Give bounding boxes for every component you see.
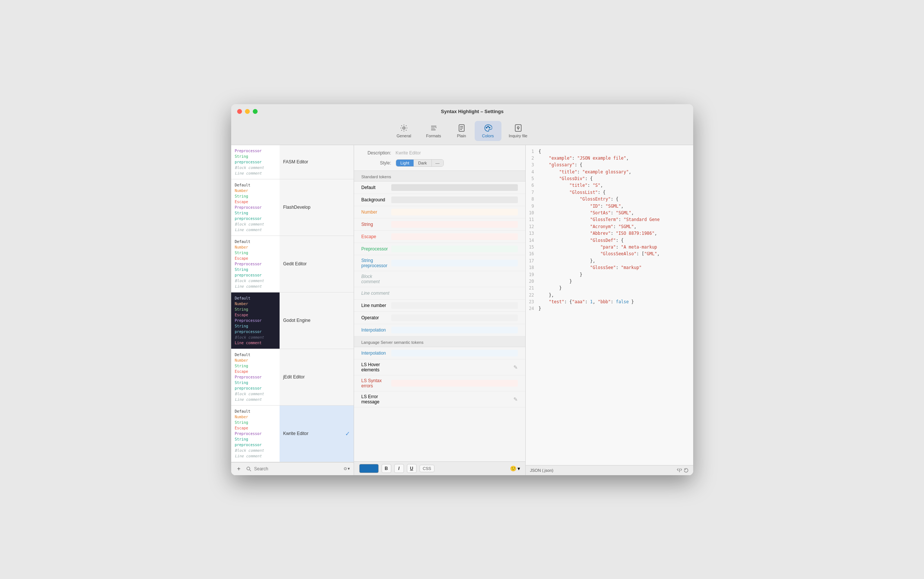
edit-icon: ✎: [513, 364, 518, 370]
token-list: Standard tokens Default Background Numbe…: [354, 171, 525, 461]
standard-tokens-label: Standard tokens: [354, 171, 525, 182]
editor-item-gedit[interactable]: Default Number String Escape Preprocesso…: [231, 236, 354, 293]
svg-point-12: [489, 127, 490, 128]
editor-preview-godot: Default Number String Escape Preprocesso…: [231, 293, 280, 349]
color-swatch[interactable]: [359, 464, 378, 473]
ls-token-bar-syntax-errors: [391, 380, 518, 387]
editor-item-fasm[interactable]: Preprocessor String preprocessor Block c…: [231, 145, 354, 179]
token-number[interactable]: Number: [354, 206, 525, 218]
editor-preview-gedit: Default Number String Escape Preprocesso…: [231, 236, 280, 292]
ls-tokens-label: Language Server semantic tokens: [354, 336, 525, 347]
toolbar-item-plain[interactable]: Plain: [449, 121, 475, 141]
token-line-number[interactable]: Line number: [354, 299, 525, 312]
editor-name-fasm: FASM Editor: [280, 145, 354, 179]
editor-item-flashdevelop[interactable]: Default Number String Escape Preprocesso…: [231, 179, 354, 236]
emoji-dropdown[interactable]: 🙂 ▾: [510, 466, 520, 471]
token-escape[interactable]: Escape: [354, 231, 525, 243]
main-content: Preprocessor String preprocessor Block c…: [231, 145, 693, 475]
token-background[interactable]: Background: [354, 194, 525, 206]
toolbar-item-inquiry[interactable]: Inquiry file: [501, 121, 535, 141]
titlebar: Syntax Highlight – Settings General: [231, 104, 693, 145]
code-line-17: 17 },: [526, 257, 693, 264]
italic-button[interactable]: I: [394, 464, 404, 473]
token-bar-escape: [391, 233, 518, 240]
editor-item-jedit[interactable]: Default Number String Escape Preprocesso…: [231, 349, 354, 406]
ls-token-bar-interpolation: [391, 350, 518, 357]
editor-item-godot[interactable]: Default Number String Escape Preprocesso…: [231, 293, 354, 349]
toolbar-label-colors: Colors: [482, 134, 494, 138]
ls-token-bar-error-message: [384, 396, 510, 402]
maximize-button[interactable]: [253, 109, 257, 114]
description-value: Kwrite Editor: [396, 150, 518, 155]
code-line-19: 19 }: [526, 271, 693, 278]
editor-preview-jedit: Default Number String Escape Preprocesso…: [231, 349, 280, 405]
token-string-preprocessor[interactable]: String preprocessor: [354, 255, 525, 271]
code-line-16: 16 "GlossSeeAlso": ["GML",: [526, 250, 693, 257]
code-line-21: 21 }: [526, 285, 693, 291]
style-dash-button[interactable]: ---: [431, 160, 443, 166]
editor-item-kwrite[interactable]: Default Number String Escape Preprocesso…: [231, 406, 354, 462]
filter-dropdown[interactable]: ⊙ ▾: [344, 466, 350, 471]
style-button-group: Light Dark ---: [396, 159, 444, 167]
code-line-12: 12 "Acronym": "SGML",: [526, 223, 693, 230]
style-dark-button[interactable]: Dark: [414, 160, 431, 166]
arrows-icon[interactable]: [677, 468, 682, 473]
code-line-22: 22 },: [526, 292, 693, 298]
add-editor-button[interactable]: +: [235, 465, 243, 473]
style-light-button[interactable]: Light: [396, 160, 414, 166]
token-bar-default: [391, 184, 518, 191]
token-string[interactable]: String: [354, 218, 525, 231]
editor-name-gedit: Gedit Editor: [280, 236, 354, 292]
code-line-18: 18 "GlossSee": "markup": [526, 264, 693, 271]
refresh-icon[interactable]: [683, 468, 689, 473]
svg-point-10: [486, 127, 487, 128]
token-preprocessor[interactable]: Preprocessor: [354, 243, 525, 255]
code-line-2: 2 "example": "JSON example file",: [526, 155, 693, 162]
sidebar: Preprocessor String preprocessor Block c…: [231, 145, 354, 475]
editor-preview-kwrite: Default Number String Escape Preprocesso…: [231, 406, 280, 462]
toolbar-item-formats[interactable]: Formats: [418, 121, 448, 141]
window-controls: [237, 109, 257, 114]
toolbar-item-general[interactable]: General: [389, 121, 418, 141]
search-input[interactable]: [254, 466, 341, 471]
token-block-comment[interactable]: Block comment: [354, 271, 525, 287]
toolbar-label-inquiry: Inquiry file: [509, 134, 528, 138]
editor-list: Preprocessor String preprocessor Block c…: [231, 145, 354, 462]
toolbar: General Formats: [389, 118, 535, 145]
code-line-9: 9 "ID": "SGML",: [526, 203, 693, 209]
svg-point-11: [487, 126, 488, 127]
ls-token-interpolation[interactable]: Interpolation: [354, 347, 525, 360]
center-panel: Description: Kwrite Editor Style: Light …: [354, 145, 526, 475]
ls-token-error-message[interactable]: LS Error message ✎: [354, 391, 525, 407]
emoji-chevron: ▾: [518, 466, 520, 471]
token-bar-interpolation: [391, 327, 518, 334]
svg-rect-13: [515, 125, 521, 131]
editor-name-godot: Godot Engine: [280, 293, 354, 349]
editor-preview-flashdevelop: Default Number String Escape Preprocesso…: [231, 179, 280, 236]
minimize-button[interactable]: [245, 109, 250, 114]
token-interpolation[interactable]: Interpolation: [354, 324, 525, 336]
code-panel: 1 { 2 "example": "JSON example file", 3 …: [526, 145, 693, 475]
dropdown-arrow: ⊙: [344, 466, 347, 471]
underline-button[interactable]: U: [407, 464, 416, 473]
token-default[interactable]: Default: [354, 182, 525, 194]
code-line-13: 13 "Abbrev": "ISO 8879:1986",: [526, 230, 693, 237]
editor-preview-fasm: Preprocessor String preprocessor Block c…: [231, 145, 280, 179]
token-bar-number: [391, 209, 518, 216]
emoji-icon: 🙂: [510, 466, 516, 471]
editor-name-flashdevelop: FlashDevelop: [280, 179, 354, 236]
code-line-24: 24 }: [526, 305, 693, 312]
token-line-comment[interactable]: Line comment: [354, 287, 525, 299]
edit-icon-2: ✎: [513, 396, 518, 402]
close-button[interactable]: [237, 109, 242, 114]
code-line-10: 10 "SortAs": "SGML",: [526, 209, 693, 216]
code-line-1: 1 {: [526, 148, 693, 155]
css-button[interactable]: CSS: [419, 465, 435, 472]
sidebar-bottom-bar: + ⊙ ▾: [231, 462, 354, 475]
toolbar-label-general: General: [396, 134, 411, 138]
toolbar-item-colors[interactable]: Colors: [475, 121, 501, 141]
token-operator[interactable]: Operator: [354, 312, 525, 324]
ls-token-hover[interactable]: LS Hover elements ✎: [354, 360, 525, 375]
bold-button[interactable]: B: [382, 464, 391, 473]
ls-token-syntax-errors[interactable]: LS Syntax errors: [354, 375, 525, 391]
